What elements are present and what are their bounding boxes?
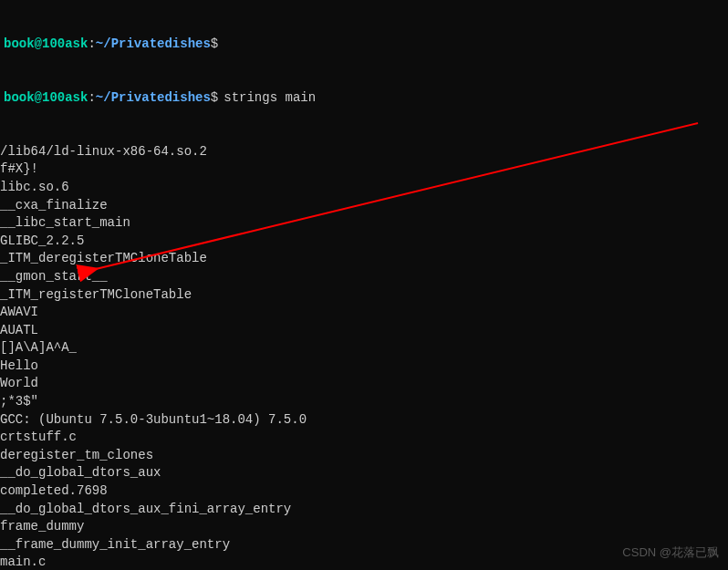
output-line: crtstuff.c (0, 429, 728, 447)
path: ~/Privatedishes (96, 36, 211, 54)
output-line: _ITM_deregisterTMCloneTable (0, 250, 728, 268)
command-input[interactable]: strings main (224, 89, 316, 108)
user-host: book@100ask (4, 36, 88, 54)
path: ~/Privatedishes (96, 89, 211, 108)
dollar: $ (211, 36, 218, 54)
output-line: GCC: (Ubuntu 7.5.0-3ubuntu1~18.04) 7.5.0 (0, 411, 728, 430)
terminal-window[interactable]: book@100ask : ~/Privatedishes $ book@100… (0, 0, 728, 570)
prompt-line-2: book@100ask : ~/Privatedishes $ strings … (0, 89, 728, 108)
output-line: GLIBC_2.2.5 (0, 233, 728, 251)
user-host: book@100ask (4, 89, 88, 108)
output-line: __gmon_start__ (0, 268, 728, 286)
terminal-output: /lib64/ld-linux-x86-64.so.2f#X}!libc.so.… (0, 143, 728, 570)
output-line: __do_global_dtors_aux (0, 464, 728, 482)
output-line: AUATL (0, 322, 728, 340)
colon: : (88, 36, 95, 54)
output-line: __libc_start_main (0, 214, 728, 233)
output-line: World (0, 375, 728, 393)
output-line: deregister_tm_clones (0, 447, 728, 465)
output-line: Hello (0, 358, 728, 376)
output-line: AWAVI (0, 304, 728, 322)
output-line: main.c (0, 554, 728, 570)
output-line: __cxa_finalize (0, 197, 728, 215)
dollar: $ (211, 89, 218, 108)
watermark: CSDN @花落已飘 (622, 544, 719, 561)
prompt-line-1: book@100ask : ~/Privatedishes $ (0, 36, 728, 54)
output-line: []A\A]A^A_ (0, 339, 728, 358)
output-line: _ITM_registerTMCloneTable (0, 286, 728, 305)
output-line: f#X}! (0, 161, 728, 179)
output-line: frame_dummy (0, 518, 728, 536)
output-line: libc.so.6 (0, 179, 728, 197)
output-line: __do_global_dtors_aux_fini_array_entry (0, 501, 728, 519)
output-line: __frame_dummy_init_array_entry (0, 536, 728, 554)
output-line: completed.7698 (0, 482, 728, 501)
output-line: ;*3$" (0, 393, 728, 411)
output-line: /lib64/ld-linux-x86-64.so.2 (0, 143, 728, 161)
colon: : (88, 89, 95, 108)
